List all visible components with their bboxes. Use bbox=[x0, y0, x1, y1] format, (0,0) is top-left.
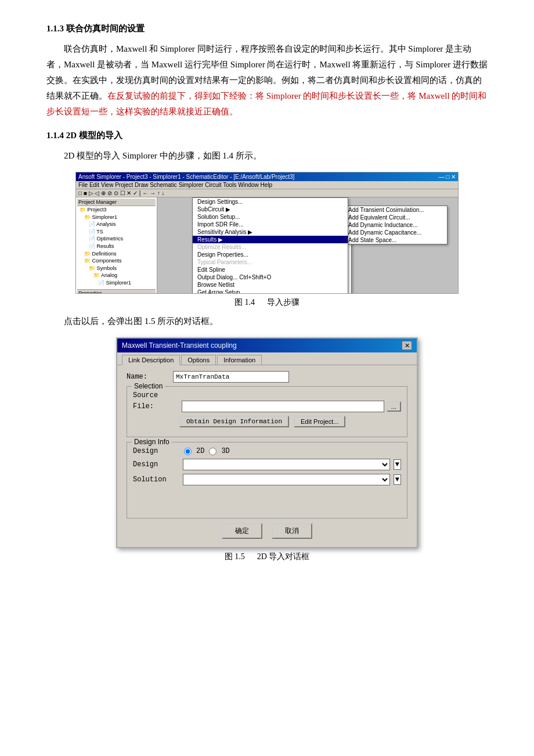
properties-label: Properties bbox=[77, 289, 156, 294]
app-screenshot: Ansoft Simplorer - Project3 - Simplorer1… bbox=[75, 172, 459, 294]
app-titlebar: Ansoft Simplorer - Project3 - Simplorer1… bbox=[76, 172, 458, 181]
figure-1-5: Maxwell Transient-Transient coupling ✕ L… bbox=[46, 337, 488, 562]
cancel-button[interactable]: 取消 bbox=[272, 523, 312, 539]
menu-results[interactable]: Results ▶ bbox=[193, 236, 348, 243]
design-info-section: Design Info Design 2D 3D Design ▼ bbox=[127, 442, 407, 519]
ok-button[interactable]: 确定 bbox=[222, 523, 262, 539]
tab-options[interactable]: Options bbox=[181, 355, 216, 365]
file-input[interactable] bbox=[182, 401, 384, 412]
fig-1-5-caption: 图 1.5 2D 导入对话框 bbox=[225, 552, 310, 562]
file-row: File: ... bbox=[133, 401, 401, 412]
design-radio-row: Design 2D 3D bbox=[133, 447, 401, 455]
design-dropdown-row: Design ▼ bbox=[133, 459, 401, 470]
menu-design-props[interactable]: Design Properties... bbox=[193, 251, 348, 258]
fig-1-4-caption: 图 1.4 导入步骤 bbox=[234, 297, 300, 308]
solution-select[interactable] bbox=[183, 474, 390, 485]
menu-browse-netlist[interactable]: Browse Netlist bbox=[193, 281, 348, 289]
section-1-1-4: 1.1.4 2D 模型的导入 2D 模型的导入 Simplorer 中的步骤，如… bbox=[46, 130, 488, 562]
app-toolbar: □ ■ ▷ ◁ ⊕ ⊘ ⊙ ☐ ✕ ✓ | ← → ↑ ↓ bbox=[76, 189, 458, 197]
obtain-edit-row: Obtain Design Information Edit Project..… bbox=[179, 416, 401, 427]
dropdown-menu[interactable]: Design Settings... SubCircuit ▶ Solution… bbox=[192, 197, 348, 294]
dropdown-submenu-2[interactable]: Add Transient Cosimulation... Add Equiva… bbox=[343, 206, 448, 244]
menu-design-settings[interactable]: Design Settings... bbox=[193, 198, 348, 206]
section-1-1-3: 1.1.3 联合仿真时间的设置 联合仿真时，Maxwell 和 Simplore… bbox=[46, 23, 488, 120]
selection-section: Selection Source File: ... Obtain Design… bbox=[127, 386, 407, 437]
menu-edit-spline[interactable]: Edit Spline bbox=[193, 266, 348, 273]
dialog-box: Maxwell Transient-Transient coupling ✕ L… bbox=[116, 337, 418, 548]
app-body: Project Manager 📁 Project3 📁 Simplorer1 … bbox=[76, 197, 458, 294]
radio-2d[interactable] bbox=[184, 448, 192, 455]
tab-information[interactable]: Information bbox=[217, 355, 262, 365]
selection-section-title: Selection bbox=[132, 382, 165, 390]
source-row: Source bbox=[133, 391, 401, 399]
menu-optimize: Optimize Results... bbox=[193, 243, 348, 251]
design-dropdown-label: Design bbox=[133, 460, 179, 469]
submenu2-add-state[interactable]: Add State Space... bbox=[344, 236, 447, 244]
name-label: Name: bbox=[127, 373, 173, 381]
figure-1-4: Ansoft Simplorer - Project3 - Simplorer1… bbox=[46, 172, 488, 308]
design-dropdown-arrow[interactable]: ▼ bbox=[394, 459, 401, 470]
menu-typical: Typical Parameters... bbox=[193, 258, 348, 266]
tab-link-description[interactable]: Link Description bbox=[122, 355, 180, 365]
menu-import-sdr[interactable]: Import SDR File... bbox=[193, 221, 348, 228]
name-input[interactable] bbox=[173, 371, 289, 383]
edit-project-button[interactable]: Edit Project... bbox=[294, 416, 345, 427]
project-manager-label: Project Manager bbox=[77, 199, 156, 206]
submenu2-add-transient[interactable]: Add Transient Cosimulation... bbox=[344, 206, 447, 214]
design-select[interactable] bbox=[183, 459, 390, 470]
dialog-tabs: Link Description Options Information bbox=[117, 352, 417, 365]
ok-cancel-row: 确定 取消 bbox=[127, 523, 407, 539]
radio-3d[interactable] bbox=[209, 448, 217, 455]
menu-subcircuit[interactable]: SubCircuit ▶ bbox=[193, 206, 348, 213]
solution-dropdown-arrow[interactable]: ▼ bbox=[394, 474, 401, 485]
radio-3d-label: 3D bbox=[221, 447, 229, 455]
source-label: Source bbox=[133, 391, 179, 399]
name-row: Name: bbox=[127, 371, 407, 383]
browse-button[interactable]: ... bbox=[387, 401, 401, 412]
paragraph-after-fig1: 点击以后，会弹出图 1.5 所示的对话框。 bbox=[46, 314, 488, 329]
dialog-close-button[interactable]: ✕ bbox=[402, 341, 412, 350]
app-main: Design Settings... SubCircuit ▶ Solution… bbox=[157, 197, 458, 294]
obtain-design-info-button[interactable]: Obtain Design Information bbox=[179, 416, 289, 427]
spacer bbox=[133, 489, 401, 512]
sidebar-tree: 📁 Project3 📁 Simplorer1 📄 Analysis 📄 TS … bbox=[77, 206, 156, 287]
solution-row: Solution ▼ bbox=[133, 474, 401, 485]
paragraph-2: 2D 模型的导入 Simplorer 中的步骤，如图 1.4 所示。 bbox=[46, 148, 488, 164]
radio-2d-label: 2D bbox=[196, 447, 204, 455]
solution-label: Solution bbox=[133, 476, 179, 484]
file-label: File: bbox=[133, 402, 179, 411]
design-radio-label: Design bbox=[133, 447, 179, 455]
section-title-1-1-4: 1.1.4 2D 模型的导入 bbox=[46, 130, 488, 141]
dialog-titlebar: Maxwell Transient-Transient coupling ✕ bbox=[117, 339, 417, 352]
submenu2-add-equiv[interactable]: Add Equivalent Circuit... bbox=[344, 214, 447, 221]
submenu2-add-dynamic-cap[interactable]: Add Dynamic Capacitance... bbox=[344, 229, 447, 236]
paragraph-1: 联合仿真时，Maxwell 和 Simplorer 同时运行，程序按照各自设定的… bbox=[46, 41, 488, 120]
menu-sensitivity[interactable]: Sensitivity Analysis ▶ bbox=[193, 228, 348, 236]
dialog-title: Maxwell Transient-Transient coupling bbox=[122, 341, 237, 350]
submenu2-add-dynamic-ind[interactable]: Add Dynamic Inductance... bbox=[344, 221, 447, 229]
menu-solution-setup[interactable]: Solution Setup... bbox=[193, 213, 348, 221]
section-title-1-1-3: 1.1.3 联合仿真时间的设置 bbox=[46, 23, 488, 34]
app-sidebar: Project Manager 📁 Project3 📁 Simplorer1 … bbox=[76, 197, 157, 294]
design-info-title: Design Info bbox=[132, 438, 172, 446]
red-text-1: 在反复试验的前提下，得到如下经验：将 Simplorer 的时间和步长设置长一些… bbox=[46, 91, 486, 116]
app-menubar[interactable]: File Edit View Project Draw Schematic Si… bbox=[76, 181, 458, 189]
menu-output-dialog[interactable]: Output Dialog... Ctrl+Shift+O bbox=[193, 273, 348, 281]
menu-get-arrow[interactable]: Get Arrow Setup... bbox=[193, 289, 348, 294]
dialog-body: Name: Selection Source File: ... bbox=[117, 365, 417, 547]
